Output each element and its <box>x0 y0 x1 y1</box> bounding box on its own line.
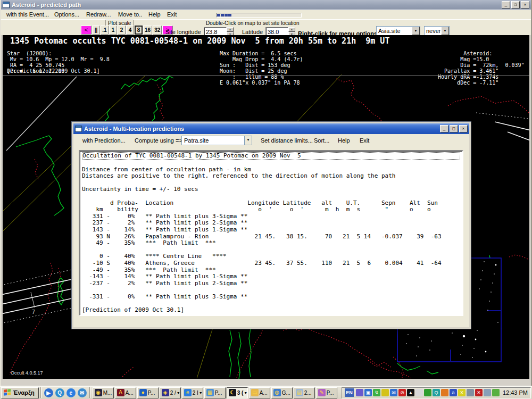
clock: 12:43 PM <box>503 389 528 396</box>
folder-window-icon: ▭ <box>251 389 259 396</box>
close-icon[interactable]: ✕ <box>521 1 529 9</box>
asteroid-data-block: Asteroid: Mag =15.0 Dia = 72km, 0.039" P… <box>438 51 525 86</box>
quick-launch: ▶Qe✉ <box>43 388 88 397</box>
main-titlebar: Asteroid - predicted path _ ❐ ✕ <box>1 0 531 10</box>
menu-with-this-event[interactable]: with this Event... <box>6 11 49 18</box>
predictions-table: Distance from center of occultation path… <box>82 160 460 314</box>
minimize-icon[interactable]: _ <box>440 125 448 132</box>
chevron-down-icon[interactable]: ▼ <box>412 27 420 35</box>
task-button-occult-group[interactable]: ☾3 (▼ <box>227 387 248 398</box>
tray-icon-17-icon[interactable] <box>492 389 500 396</box>
menu-exit[interactable]: Exit <box>360 137 369 144</box>
task-button-grouped-app[interactable]: ◈2 /▼ <box>160 387 181 398</box>
tray-icon-5-icon[interactable]: ✉ <box>390 389 397 396</box>
menu-help[interactable]: Help <box>148 11 161 18</box>
update-select[interactable]: never ▼ <box>424 26 450 36</box>
tray-icon-6-icon[interactable]: ⊘ <box>398 389 406 396</box>
tray-icon-9-icon[interactable] <box>424 389 431 396</box>
task-button-label: 2 I <box>193 390 198 396</box>
task-button-program-app[interactable]: ●P... <box>137 387 159 398</box>
selected-line[interactable]: Occultation of TYC 0081-00548-1 by 1345 … <box>82 152 460 160</box>
taskbar-divider <box>40 387 41 398</box>
maximize-icon[interactable]: □ <box>450 125 458 132</box>
language-indicator[interactable]: EN <box>345 388 354 397</box>
event-title-line: 1345 Potomac occults TYC 0081-00548-1 on… <box>10 37 389 46</box>
child-titlebar: Asteroid - Multi-location predictions _ … <box>73 123 469 134</box>
task-button-picture-viewer[interactable]: ▦P... <box>204 387 226 398</box>
task-button-paint-app[interactable]: ✎P... <box>316 387 337 398</box>
header-divider <box>3 75 529 76</box>
tray-icon-12-icon[interactable]: a <box>450 389 457 396</box>
tray-icon-11-icon[interactable] <box>441 389 448 396</box>
tray-icon-3-icon[interactable]: ↯ <box>373 389 380 396</box>
main-window: Asteroid - predicted path _ ❐ ✕ with thi… <box>0 0 532 386</box>
screen: Asteroid - predicted path _ ❐ ✕ with thi… <box>0 0 532 399</box>
app-icon <box>75 126 82 132</box>
menu-exit[interactable]: Exit <box>167 11 177 18</box>
internet-explorer-quicklaunch-icon[interactable]: e <box>66 388 76 397</box>
task-button-label: 2... <box>304 390 312 396</box>
plot-scale-button-1[interactable]: 1 <box>109 26 117 35</box>
chevron-down-icon[interactable]: ▼ <box>441 27 449 35</box>
plot-scale-button-32[interactable]: 32 <box>153 26 162 35</box>
start-label: Έναρξη <box>13 389 35 396</box>
plot-scale-button-x1[interactable]: .1 <box>101 26 109 35</box>
start-button[interactable]: Έναρξη <box>1 387 39 398</box>
volume-muted-icon[interactable]: ✕ <box>475 389 483 396</box>
media-player-icon[interactable]: ▶ <box>44 388 53 397</box>
task-button-label: P... <box>215 390 222 396</box>
plot-scale-button-16[interactable]: 16 <box>143 26 152 35</box>
task-button-folder-window[interactable]: ▭A... <box>249 387 270 398</box>
quicktime-icon[interactable]: Q <box>55 388 64 397</box>
chevron-down-icon[interactable]: ▼ <box>199 391 203 395</box>
multi-location-window: Asteroid - Multi-location predictions _ … <box>72 122 471 329</box>
tray-icon-14-icon[interactable] <box>467 389 474 396</box>
occult-group-icon: ☾ <box>229 389 236 396</box>
plot-scale-button-4[interactable]: 4 <box>126 26 134 35</box>
google-earth-icon: ◍ <box>273 389 281 396</box>
plot-scale-button-x[interactable]: < <box>81 26 92 35</box>
acrobat-app-icon: A <box>117 389 124 396</box>
tray-icon-2-icon[interactable]: ▣ <box>364 389 372 396</box>
task-button-google-earth[interactable]: ◍G... <box>271 387 293 398</box>
tray-icon-13-icon[interactable]: X <box>458 389 466 396</box>
plot-scale-button-2[interactable]: 2 <box>118 26 126 35</box>
picture-viewer-icon: ▦ <box>206 389 214 396</box>
task-button-media-app[interactable]: ◉M... <box>93 387 114 398</box>
windows-logo-icon <box>4 389 11 396</box>
menu-options[interactable]: Options... <box>54 11 79 18</box>
menu-help[interactable]: Help <box>338 137 350 144</box>
tray-icon-1-icon[interactable] <box>356 389 363 396</box>
menu-redraw[interactable]: Redraw... <box>86 11 111 18</box>
tray-icon-7-icon[interactable]: ▲ <box>407 389 414 396</box>
chevron-down-icon[interactable]: ▼ <box>244 136 252 145</box>
close-icon[interactable]: ✕ <box>459 125 468 132</box>
task-button-internet-explorer-group[interactable]: e2 I▼ <box>182 387 203 398</box>
menu-sort[interactable]: Sort... <box>314 137 329 144</box>
program-app-icon: ● <box>139 389 147 396</box>
task-button-acrobat-app[interactable]: AA... <box>115 387 136 398</box>
tray-icon-4-icon[interactable] <box>381 389 389 396</box>
predictions-text-panel[interactable]: Occultation of TYC 0081-00548-1 by 1345 … <box>79 150 463 316</box>
menu-with-prediction[interactable]: with Prediction... <box>82 137 126 144</box>
latitude-label: Latitude <box>242 29 263 35</box>
plot-scale-button-xx[interactable]: || <box>92 26 100 35</box>
tray-icon-16-icon[interactable] <box>484 389 491 396</box>
menu-compute-using[interactable]: Compute using => <box>135 137 182 144</box>
chevron-down-icon[interactable]: ▼ <box>177 391 180 395</box>
tray-icon-8-icon[interactable] <box>415 389 423 396</box>
child-menubar: with Prediction... Compute using => Patr… <box>73 134 469 147</box>
menu-set-distance-limits[interactable]: Set distance limits... <box>261 137 313 144</box>
tray-icon-10-icon[interactable]: Q <box>433 389 440 396</box>
task-button-documents-group[interactable]: ▤2... <box>294 387 315 398</box>
restore-icon[interactable]: ❐ <box>511 1 520 9</box>
plot-scale-button-8[interactable]: 8 <box>135 26 143 35</box>
minimize-icon[interactable]: _ <box>502 1 510 9</box>
internet-explorer-group-icon: e <box>184 389 192 396</box>
site-file-select[interactable]: Asia.site ▼ <box>376 26 420 36</box>
chevron-down-icon[interactable]: ▼ <box>244 391 247 395</box>
compute-site-select[interactable]: Patra.site ▼ <box>181 136 252 145</box>
menu-move-to[interactable]: Move to.. <box>118 11 142 18</box>
site-file-value: Asia.site <box>378 28 401 34</box>
outlook-express-icon[interactable]: ✉ <box>78 388 87 397</box>
